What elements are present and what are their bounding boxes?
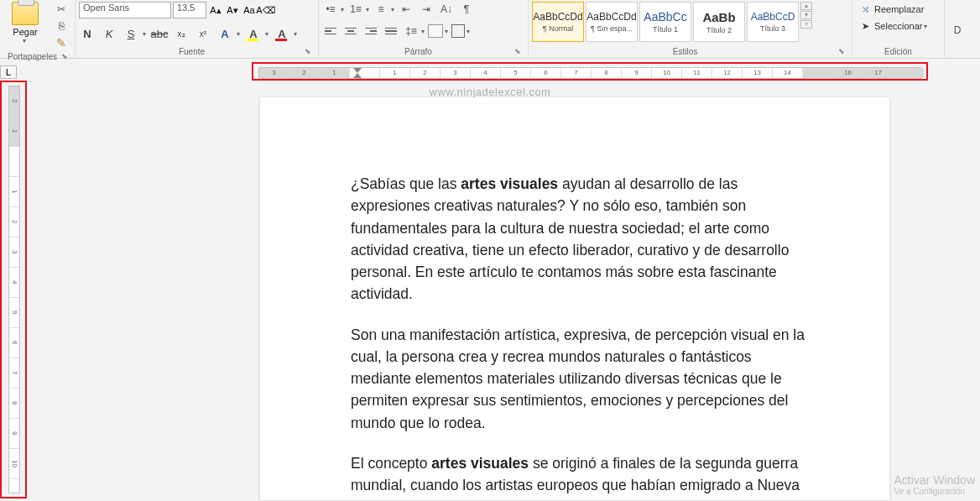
style-preview: AaBbCcDd (533, 11, 582, 23)
show-marks-button[interactable]: ¶ (458, 2, 475, 17)
select-button[interactable]: ➤Seleccionar ▾ (856, 18, 930, 34)
clear-format-button[interactable]: A⌫ (258, 2, 274, 18)
ruler-tick: 2 (289, 68, 320, 78)
group-clipboard: Pegar ▾ ✂ ⎘ ✎ Portapapeles⬊ (0, 0, 76, 58)
activation-line2: Ve a Configuración (894, 487, 975, 496)
align-left-button[interactable] (322, 23, 339, 39)
watermark-text: www.ninjadelexcel.com (430, 86, 551, 98)
group-font: Open Sans 13,5 A▴ A▾ Aa A⌫ N K S▾ abc x₂… (76, 0, 319, 58)
ruler-tick: 6 (531, 68, 561, 78)
dictate-button[interactable]: D (954, 24, 962, 36)
numbering-button[interactable]: 1≡ (347, 2, 364, 17)
style-heading2[interactable]: AaBb Título 2 (693, 2, 745, 42)
ruler-tick: 12 (712, 68, 743, 78)
underline-button[interactable]: S (122, 25, 139, 42)
ruler-tick: 4 (471, 68, 501, 78)
format-painter-button[interactable]: ✎ (52, 35, 70, 50)
ruler-tick: 13 (743, 68, 773, 78)
text: El concepto (351, 455, 431, 472)
dialog-launcher-icon[interactable]: ⬊ (305, 47, 315, 55)
strike-button[interactable]: abc (151, 25, 168, 42)
paragraph-2: Son una manifestación artística, expresi… (351, 324, 805, 434)
chevron-down-icon[interactable]: ▾ (237, 30, 240, 38)
highlight-button[interactable]: A (245, 25, 262, 42)
cursor-icon: ➤ (859, 20, 871, 32)
ruler-tick: 6 (9, 328, 19, 358)
horizontal-ruler[interactable]: 32112345678910111213141617 (252, 62, 928, 81)
paragraph-1: ¿Sabías que las artes visuales ayudan al… (351, 173, 805, 305)
style-heading3[interactable]: AaBbCcD Título 3 (747, 2, 799, 42)
style-no-spacing[interactable]: AaBbCcDd ¶ Sin espa... (586, 2, 638, 42)
ruler-tick (803, 68, 833, 78)
ruler-tick: 3 (440, 68, 471, 78)
increase-indent-button[interactable]: ⇥ (418, 2, 435, 17)
ruler-tick: 2 (9, 86, 19, 117)
decrease-indent-button[interactable]: ⇤ (398, 2, 414, 17)
text-bold: artes visuales (431, 455, 529, 472)
superscript-button[interactable]: x² (195, 25, 211, 42)
style-preview: AaBb (702, 10, 735, 24)
clipboard-icon (12, 2, 39, 25)
ruler-tick: 1 (380, 68, 410, 78)
paste-button[interactable]: Pegar ▾ (3, 2, 47, 44)
ruler-tick (9, 479, 19, 501)
style-name: ¶ Sin espa... (591, 24, 633, 33)
dialog-launcher-icon[interactable]: ⬊ (514, 47, 524, 55)
tab-selector[interactable]: L (0, 65, 17, 79)
copy-button[interactable]: ⎘ (52, 18, 70, 34)
font-color-button[interactable]: A (274, 25, 290, 42)
align-right-button[interactable] (362, 23, 379, 39)
chevron-down-icon[interactable]: ▾ (294, 30, 297, 38)
cut-button[interactable]: ✂ (52, 2, 70, 17)
font-name-select[interactable]: Open Sans (79, 2, 171, 18)
sort-button[interactable]: A↓ (438, 2, 455, 17)
subscript-button[interactable]: x₂ (173, 25, 190, 42)
ruler-tick: 5 (9, 298, 19, 328)
ruler-tick: 4 (9, 268, 19, 298)
chevron-down-icon[interactable]: ▾ (143, 30, 146, 38)
activation-line1: Activar Window (894, 473, 975, 487)
ruler-tick: 7 (9, 358, 19, 389)
document-page[interactable]: ¿Sabías que las artes visuales ayudan al… (260, 97, 889, 500)
group-editing: ⤭Reemplazar ➤Seleccionar ▾ Edición (852, 0, 945, 58)
style-name: Título 3 (760, 24, 785, 33)
multilevel-button[interactable]: ≡ (373, 2, 389, 17)
text: ¿Sabías que las (351, 175, 461, 192)
ruler-tick (350, 68, 380, 78)
ribbon: Pegar ▾ ✂ ⎘ ✎ Portapapeles⬊ Open Sans 13… (0, 0, 980, 59)
ruler-tick: 9 (9, 419, 19, 449)
style-name: Título 2 (706, 26, 732, 34)
line-spacing-button[interactable]: ‡≡ (403, 23, 420, 39)
bold-button[interactable]: N (79, 25, 96, 42)
dialog-launcher-icon[interactable]: ⬊ (838, 47, 848, 55)
align-justify-button[interactable] (383, 23, 399, 39)
bullets-button[interactable]: •≡ (322, 2, 339, 17)
replace-button[interactable]: ⤭Reemplazar (856, 2, 927, 17)
increase-font-button[interactable]: A▴ (208, 2, 223, 18)
chevron-down-icon[interactable]: ▾ (265, 30, 268, 38)
paragraph-3: El concepto artes visuales se originó a … (351, 452, 805, 501)
replace-label: Reemplazar (874, 4, 924, 14)
ruler-tick: 8 (9, 389, 19, 419)
ruler-tick: 10 (9, 449, 19, 479)
styles-gallery-scroll[interactable]: ▴▾▿ (800, 2, 812, 29)
align-center-button[interactable] (342, 23, 359, 39)
text: ayudan al desarrollo de las expresiones … (351, 175, 789, 302)
style-heading1[interactable]: AaBbCc Título 1 (639, 2, 691, 42)
ruler-tick: 9 (622, 68, 652, 78)
change-case-button[interactable]: Aa (242, 2, 257, 18)
text-effects-button[interactable]: A (216, 25, 233, 42)
font-size-select[interactable]: 13,5 (173, 2, 206, 18)
italic-button[interactable]: K (101, 25, 117, 42)
vertical-ruler[interactable]: 2112345678910 (0, 81, 27, 498)
dialog-launcher-icon[interactable]: ⬊ (61, 52, 71, 60)
shading-button[interactable] (428, 24, 443, 38)
select-label: Seleccionar (874, 21, 922, 31)
group-paragraph: •≡▾ 1≡▾ ≡▾ ⇤ ⇥ A↓ ¶ ‡≡▾ ▾ ▾ Párrafo⬊ (319, 0, 529, 58)
style-normal[interactable]: AaBbCcDd ¶ Normal (532, 2, 584, 42)
borders-button[interactable] (451, 24, 465, 38)
style-name: Título 1 (653, 25, 678, 34)
ruler-tick: 3 (9, 237, 19, 268)
group-dictate: D (945, 0, 970, 58)
decrease-font-button[interactable]: A▾ (225, 2, 240, 18)
